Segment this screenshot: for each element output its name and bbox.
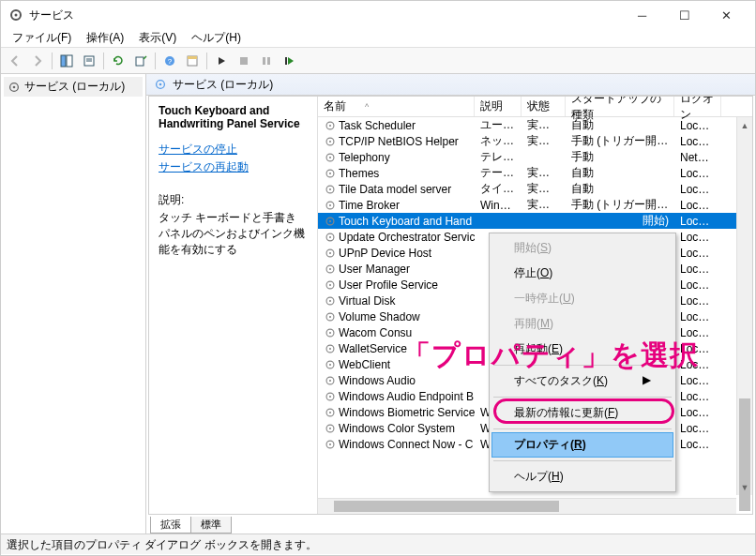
tab-standard[interactable]: 標準 <box>190 517 232 533</box>
svg-point-25 <box>329 156 331 158</box>
tree-node-services[interactable]: サービス (ローカル) <box>4 77 143 97</box>
service-logon-cell: Local S <box>674 247 721 260</box>
column-status[interactable]: 状態 <box>522 97 566 116</box>
start-service-button[interactable] <box>211 51 232 71</box>
gear-icon <box>8 81 21 94</box>
service-startup-cell: 手動 (トリガー開始) <box>566 133 674 149</box>
service-logon-cell: Local S <box>674 390 721 403</box>
column-logon[interactable]: ログオン <box>674 97 721 116</box>
refresh-button[interactable] <box>108 51 129 71</box>
list-header-title: サービス (ローカル) <box>146 74 755 96</box>
service-status-cell: 実行中 <box>522 133 566 149</box>
service-logon-cell: Local S <box>674 263 721 276</box>
service-name-cell: Windows Audio Endpoint B <box>318 390 475 403</box>
maximize-button[interactable]: ☐ <box>663 1 705 29</box>
svg-point-29 <box>329 188 331 189</box>
pause-service-button[interactable] <box>256 51 277 71</box>
menu-view[interactable]: 表示(V) <box>131 28 184 48</box>
tab-extended[interactable]: 拡張 <box>150 517 191 533</box>
svg-rect-11 <box>188 56 197 59</box>
service-startup-cell: 開始) <box>566 213 674 229</box>
show-hide-tree-button[interactable] <box>56 51 77 71</box>
forward-button[interactable] <box>27 51 48 71</box>
service-row[interactable]: Touch Keyboard and Hand開始)Local S <box>318 213 752 229</box>
tree-node-label: サービス (ローカル) <box>24 79 125 95</box>
service-name-cell: Tile Data model server <box>318 183 475 196</box>
svg-text:?: ? <box>168 57 173 66</box>
ctx-stop[interactable]: 停止(O) <box>491 261 673 286</box>
service-name-cell: Windows Connect Now - C <box>318 438 475 451</box>
service-name-cell: Virtual Disk <box>318 294 475 308</box>
detail-pane: Touch Keyboard and Handwriting Panel Ser… <box>149 97 318 514</box>
toolbar-button[interactable] <box>182 51 203 71</box>
service-row[interactable]: Task Schedulerユーザ...実行中自動Local S <box>318 117 752 133</box>
service-desc-cell: テレフ... <box>475 149 522 165</box>
ctx-resume[interactable]: 再開(M) <box>491 311 673 337</box>
svg-point-57 <box>329 411 331 413</box>
menu-help[interactable]: ヘルプ(H) <box>184 28 249 48</box>
ctx-help[interactable]: ヘルプ(H) <box>491 464 673 489</box>
service-row[interactable]: Tile Data model serverタイル...実行中自動Local S <box>318 181 752 197</box>
service-row[interactable]: Telephonyテレフ...手動Network <box>318 149 752 165</box>
close-button[interactable]: ✕ <box>705 1 748 29</box>
stop-service-link[interactable]: サービスの停止 <box>159 142 308 158</box>
restart-service-link[interactable]: サービスの再起動 <box>159 159 308 175</box>
service-name-cell: Themes <box>318 167 475 180</box>
service-logon-cell: Local S <box>674 199 721 212</box>
tree-pane: サービス (ローカル) <box>1 74 146 533</box>
service-row[interactable]: TCP/IP NetBIOS Helperネット...実行中手動 (トリガー開始… <box>318 133 752 149</box>
export-button[interactable] <box>130 51 151 71</box>
svg-point-23 <box>329 140 331 142</box>
service-logon-cell: Local S <box>674 167 721 180</box>
ctx-properties[interactable]: プロパティ(R) <box>491 432 673 458</box>
svg-point-59 <box>329 427 331 428</box>
service-name-cell: User Manager <box>318 263 475 276</box>
minimize-button[interactable]: ─ <box>621 1 663 29</box>
service-name-cell: Touch Keyboard and Hand <box>318 215 475 228</box>
service-logon-cell: Local S <box>674 422 721 435</box>
svg-point-47 <box>329 331 331 333</box>
stop-service-button[interactable] <box>234 51 254 71</box>
svg-point-17 <box>13 85 16 88</box>
svg-point-33 <box>329 219 331 221</box>
svg-point-39 <box>329 267 331 269</box>
service-name-cell: Update Orchestrator Servic <box>318 231 475 244</box>
service-desc-cell: ユーザ... <box>475 117 522 133</box>
ctx-start[interactable]: 開始(S) <box>491 235 673 261</box>
restart-service-button[interactable] <box>279 51 299 71</box>
service-logon-cell: Local S <box>674 215 721 228</box>
service-status-cell: 実行中 <box>522 197 566 213</box>
svg-point-27 <box>329 172 331 173</box>
service-name-cell: Windows Color System <box>318 422 475 435</box>
service-startup-cell: 手動 (トリガー開始) <box>566 197 674 213</box>
statusbar: 選択した項目のプロパティ ダイアログ ボックスを開きます。 <box>1 533 755 554</box>
svg-point-37 <box>329 251 331 253</box>
toolbar: ? <box>1 48 755 74</box>
service-row[interactable]: Time BrokerWinR...実行中手動 (トリガー開始)Local S <box>318 197 752 213</box>
ctx-pause[interactable]: 一時停止(U) <box>491 286 673 311</box>
service-startup-cell: 手動 <box>566 149 674 165</box>
menu-file[interactable]: ファイル(F) <box>5 28 79 48</box>
column-name[interactable]: 名前 <box>318 97 475 116</box>
svg-point-35 <box>329 235 331 237</box>
service-desc-cell: テーマ... <box>475 165 522 181</box>
service-name-cell: UPnP Device Host <box>318 247 475 260</box>
vertical-scrollbar[interactable]: ▲ ▼ <box>736 117 752 495</box>
help-button[interactable]: ? <box>159 51 180 71</box>
svg-rect-15 <box>285 57 287 65</box>
horizontal-scrollbar[interactable] <box>318 498 736 514</box>
service-logon-cell: Network <box>674 151 721 164</box>
column-description[interactable]: 説明 <box>475 97 522 116</box>
service-name-cell: Time Broker <box>318 199 475 212</box>
column-startup[interactable]: スタートアップの種類 <box>566 97 674 116</box>
properties-button[interactable] <box>79 51 99 71</box>
service-status-cell: 実行中 <box>522 117 566 133</box>
svg-point-19 <box>159 83 162 86</box>
services-icon <box>8 8 23 23</box>
service-status-cell: 実行中 <box>522 181 566 197</box>
back-button[interactable] <box>5 51 25 71</box>
service-startup-cell: 自動 <box>566 165 674 181</box>
menu-action[interactable]: 操作(A) <box>79 28 131 48</box>
service-row[interactable]: Themesテーマ...実行中自動Local S <box>318 165 752 181</box>
tabstrip: 拡張 標準 <box>146 515 755 533</box>
